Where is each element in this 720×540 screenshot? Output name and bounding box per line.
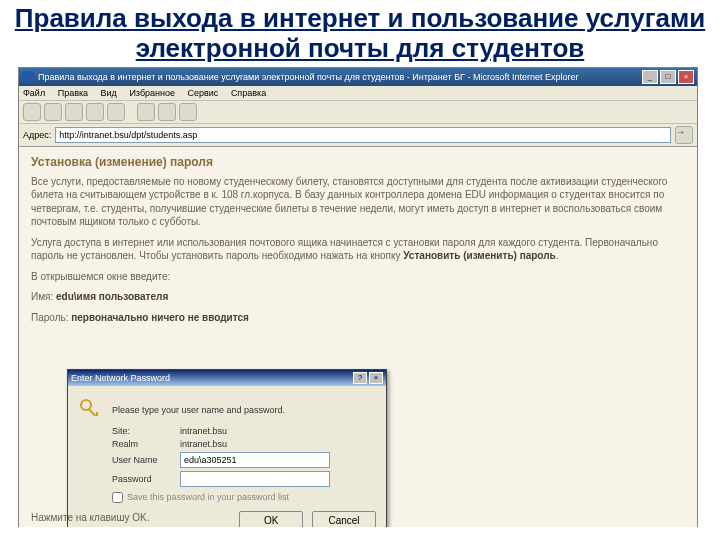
username-input[interactable] <box>180 452 330 468</box>
menu-view[interactable]: Вид <box>101 88 117 98</box>
address-bar: Адрес: → <box>19 124 697 147</box>
address-input[interactable] <box>55 127 671 143</box>
password-input[interactable] <box>180 471 330 487</box>
site-value: intranet.bsu <box>180 426 227 436</box>
footer-text: Нажмите на клавишу OK. <box>31 512 149 523</box>
site-label: Site: <box>112 426 180 436</box>
dialog-title-text: Enter Network Password <box>71 373 170 383</box>
menu-tools[interactable]: Сервис <box>188 88 219 98</box>
menu-file[interactable]: Файл <box>23 88 45 98</box>
search-button[interactable] <box>137 103 155 121</box>
refresh-button[interactable] <box>86 103 104 121</box>
titlebar: Правила выхода в интернет и пользование … <box>19 68 697 86</box>
close-button[interactable]: × <box>678 70 694 84</box>
password-label: Password <box>112 474 180 484</box>
ie-icon <box>22 71 34 83</box>
network-password-dialog: Enter Network Password ? × Please type y… <box>67 369 387 527</box>
key-icon <box>78 397 104 423</box>
page-content: Установка (изменение) пароля Все услуги,… <box>19 147 697 527</box>
stop-button[interactable] <box>65 103 83 121</box>
dialog-close-button[interactable]: × <box>369 372 383 384</box>
history-button[interactable] <box>179 103 197 121</box>
forward-button[interactable] <box>44 103 62 121</box>
save-password-label: Save this password in your password list <box>127 492 289 502</box>
back-button[interactable] <box>23 103 41 121</box>
ok-button[interactable]: OK <box>239 511 303 527</box>
save-password-checkbox[interactable] <box>112 492 123 503</box>
realm-label: Realm <box>112 439 180 449</box>
paragraph-2: Услуга доступа в интернет или использова… <box>31 236 685 263</box>
menubar: Файл Правка Вид Избранное Сервис Справка <box>19 86 697 101</box>
page-heading: Установка (изменение) пароля <box>31 155 685 169</box>
go-button[interactable]: → <box>675 126 693 144</box>
realm-value: intranet.bsu <box>180 439 227 449</box>
paragraph-5: Пароль: первоначально ничего не вводится <box>31 311 685 325</box>
svg-rect-1 <box>88 408 96 416</box>
cancel-button[interactable]: Cancel <box>312 511 376 527</box>
home-button[interactable] <box>107 103 125 121</box>
dialog-help-button[interactable]: ? <box>353 372 367 384</box>
paragraph-4: Имя: edu\имя пользователя <box>31 290 685 304</box>
paragraph-1: Все услуги, предоставляемые по новому ст… <box>31 175 685 229</box>
maximize-button[interactable]: □ <box>660 70 676 84</box>
favorites-button[interactable] <box>158 103 176 121</box>
svg-rect-2 <box>96 412 98 416</box>
toolbar <box>19 101 697 124</box>
paragraph-3: В открывшемся окне введите: <box>31 270 685 284</box>
slide-title: Правила выхода в интернет и пользование … <box>0 0 720 65</box>
ie-window: Правила выхода в интернет и пользование … <box>18 67 698 527</box>
window-title: Правила выхода в интернет и пользование … <box>38 72 578 82</box>
dialog-titlebar: Enter Network Password ? × <box>68 370 386 386</box>
menu-favorites[interactable]: Избранное <box>129 88 175 98</box>
minimize-button[interactable]: _ <box>642 70 658 84</box>
username-label: User Name <box>112 455 180 465</box>
menu-edit[interactable]: Правка <box>58 88 88 98</box>
address-label: Адрес: <box>23 130 51 140</box>
dialog-prompt: Please type your user name and password. <box>112 405 285 415</box>
menu-help[interactable]: Справка <box>231 88 266 98</box>
